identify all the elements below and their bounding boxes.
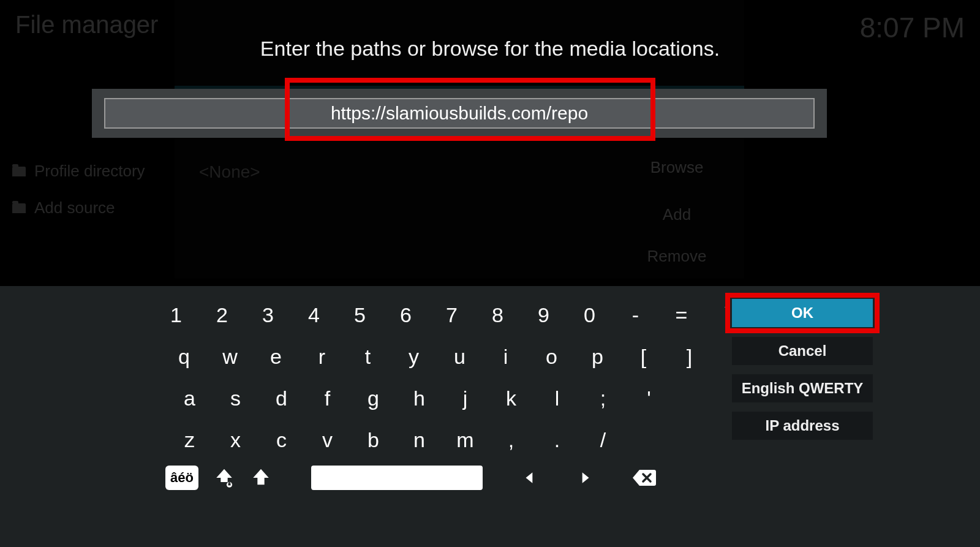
key-s[interactable]: s xyxy=(213,377,258,419)
key-4[interactable]: 4 xyxy=(291,294,337,336)
key-h[interactable]: h xyxy=(396,377,442,419)
key-u[interactable]: u xyxy=(437,336,483,377)
key-e[interactable]: e xyxy=(253,336,299,377)
key-n[interactable]: n xyxy=(396,419,442,461)
folder-icon xyxy=(12,203,26,213)
key-v[interactable]: v xyxy=(304,419,350,461)
cancel-button[interactable]: Cancel xyxy=(732,337,873,365)
shift-lock-icon xyxy=(214,467,235,488)
key-q[interactable]: q xyxy=(161,336,207,377)
key-bracket-left[interactable]: [ xyxy=(620,336,666,377)
key-t[interactable]: t xyxy=(345,336,391,377)
key-w[interactable]: w xyxy=(207,336,253,377)
sidebar-item-label: Profile directory xyxy=(34,162,145,181)
key-apostrophe[interactable]: ' xyxy=(626,377,672,419)
key-semicolon[interactable]: ; xyxy=(580,377,626,419)
shift-button[interactable] xyxy=(250,466,272,490)
key-c[interactable]: c xyxy=(258,419,304,461)
key-comma[interactable]: , xyxy=(488,419,534,461)
key-minus[interactable]: - xyxy=(612,294,658,336)
key-r[interactable]: r xyxy=(299,336,345,377)
key-o[interactable]: o xyxy=(529,336,575,377)
key-g[interactable]: g xyxy=(350,377,396,419)
key-equals[interactable]: = xyxy=(658,294,704,336)
arrow-left-icon xyxy=(522,470,538,486)
key-b[interactable]: b xyxy=(350,419,396,461)
screen: File manager 8:07 PM Profile directory A… xyxy=(0,0,980,547)
remove-button: Remove xyxy=(616,247,738,266)
key-row-1: 1 2 3 4 5 6 7 8 9 0 - = ` xyxy=(153,294,758,336)
key-0[interactable]: 0 xyxy=(567,294,612,336)
path-list-placeholder: <None> xyxy=(199,162,260,182)
path-input[interactable]: https://slamiousbuilds.com/repo xyxy=(104,98,815,129)
key-row-3: a s d f g h j k l ; ' xyxy=(167,377,758,419)
keyboard-function-row: âéö xyxy=(165,466,657,490)
dialog-prompt: Enter the paths or browse for the media … xyxy=(0,37,980,61)
ip-address-button[interactable]: IP address xyxy=(732,412,873,440)
caps-lock-button[interactable] xyxy=(213,466,235,490)
arrow-right-icon xyxy=(577,470,593,486)
key-bracket-right[interactable]: ] xyxy=(666,336,712,377)
ok-button[interactable]: OK xyxy=(732,299,873,327)
accent-chars-button[interactable]: âéö xyxy=(165,466,198,490)
sidebar-item-add-source[interactable]: Add source xyxy=(12,198,115,217)
key-y[interactable]: y xyxy=(391,336,437,377)
key-l[interactable]: l xyxy=(534,377,580,419)
key-f[interactable]: f xyxy=(304,377,350,419)
browse-button[interactable]: Browse xyxy=(616,158,738,177)
backspace-button[interactable] xyxy=(632,466,657,490)
key-7[interactable]: 7 xyxy=(429,294,475,336)
key-d[interactable]: d xyxy=(258,377,304,419)
key-1[interactable]: 1 xyxy=(153,294,199,336)
key-6[interactable]: 6 xyxy=(383,294,429,336)
sidebar-item-profile-directory[interactable]: Profile directory xyxy=(12,162,145,181)
keyboard-grid: 1 2 3 4 5 6 7 8 9 0 - = ` q w e r t y u … xyxy=(153,294,758,461)
key-slash[interactable]: / xyxy=(580,419,626,461)
keyboard-layout-button[interactable]: English QWERTY xyxy=(732,374,873,402)
key-a[interactable]: a xyxy=(167,377,213,419)
add-button: Add xyxy=(616,205,738,224)
shift-icon xyxy=(251,467,271,488)
page-title: File manager xyxy=(15,11,158,39)
backspace-icon xyxy=(632,467,657,488)
cursor-left-button[interactable] xyxy=(522,466,538,490)
folder-icon xyxy=(12,167,26,176)
key-j[interactable]: j xyxy=(442,377,488,419)
cursor-right-button[interactable] xyxy=(577,466,593,490)
sidebar-item-label: Add source xyxy=(34,198,115,217)
key-9[interactable]: 9 xyxy=(521,294,567,336)
key-i[interactable]: i xyxy=(483,336,529,377)
key-m[interactable]: m xyxy=(442,419,488,461)
key-3[interactable]: 3 xyxy=(245,294,291,336)
key-8[interactable]: 8 xyxy=(475,294,521,336)
key-period[interactable]: . xyxy=(534,419,580,461)
key-2[interactable]: 2 xyxy=(199,294,245,336)
spacebar-button[interactable] xyxy=(311,466,483,490)
key-p[interactable]: p xyxy=(575,336,620,377)
key-k[interactable]: k xyxy=(488,377,534,419)
key-5[interactable]: 5 xyxy=(337,294,383,336)
key-row-4: z x c v b n m , . / xyxy=(167,419,758,461)
key-x[interactable]: x xyxy=(213,419,258,461)
key-z[interactable]: z xyxy=(167,419,213,461)
key-row-2: q w e r t y u i o p [ ] \ xyxy=(161,336,758,377)
